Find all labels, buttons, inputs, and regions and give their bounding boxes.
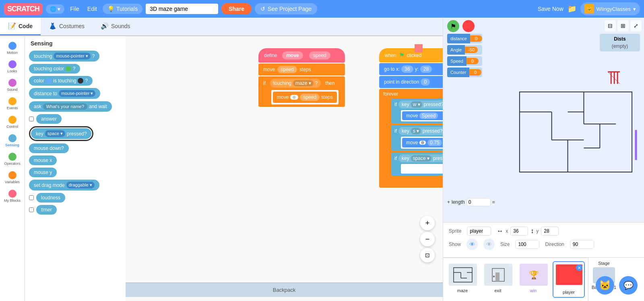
loudness-block-row: loudness [29, 193, 122, 203]
sidebar-item-motion[interactable]: Motion [2, 40, 23, 56]
code-tab-icon: 📝 [8, 22, 16, 30]
sprite-name-input[interactable] [467, 227, 491, 235]
tab-costumes[interactable]: 👗 Costumes [41, 18, 93, 35]
user-badge[interactable]: 🐱 WiingyClasses ▾ [580, 2, 640, 15]
backpack-bar[interactable]: Backpack [126, 283, 443, 297]
touching-block[interactable]: touching mouse-pointer ▾ ? [29, 51, 99, 61]
loudness-block[interactable]: loudness [36, 193, 65, 203]
answer-block[interactable]: answer [36, 114, 62, 124]
size-input[interactable] [515, 240, 539, 249]
move-075-block[interactable]: move 0.75 [402, 138, 443, 147]
folder-icon[interactable]: 📁 [568, 4, 576, 13]
color-touching-block[interactable]: color is touching ? [29, 76, 93, 86]
sidebar-item-variables[interactable]: Variables [2, 170, 23, 186]
distance-to-block[interactable]: distance to mouse-pointer ▾ [29, 88, 100, 99]
answer-checkbox[interactable] [29, 117, 34, 121]
sprite-delete-button[interactable]: ✕ [576, 264, 582, 271]
forever-block[interactable]: forever if key w ▾ pressed? then move Sp… [379, 89, 443, 188]
show-label: Show [449, 242, 461, 247]
blocks-panel: Sensing touching mouse-pointer ▾ ? touch… [25, 36, 126, 301]
tab-sounds[interactable]: 🔊 Sounds [93, 18, 138, 35]
if-key-w-block[interactable]: if key w ▾ pressed? then move Speed [391, 98, 443, 123]
x-input[interactable] [510, 227, 528, 235]
share-button[interactable]: Share [221, 3, 252, 14]
sounds-tab-icon: 🔊 [101, 22, 109, 30]
sidebar-item-events[interactable]: Events [2, 96, 23, 112]
c-block-inner: move speed steps [271, 90, 339, 104]
sidebar-item-myblocks[interactable]: My Blocks [2, 188, 23, 204]
tab-code[interactable]: 📝 Code [0, 18, 41, 35]
touching-color-block[interactable]: touching color ? [29, 64, 80, 74]
language-button[interactable]: 🌐 ▾ [46, 4, 65, 14]
direction-input[interactable] [570, 240, 594, 249]
remix-icon: ↺ [260, 6, 265, 12]
zoom-out-button[interactable]: − [420, 232, 435, 246]
save-now-button[interactable]: Save Now [538, 6, 564, 12]
define-block[interactable]: define move speed [258, 48, 345, 63]
cat-bot-chat-button[interactable]: 💬 [619, 276, 638, 295]
timer-block[interactable]: timer [36, 205, 57, 215]
mouse-x-block[interactable]: mouse x [29, 156, 57, 165]
sprite-thumb-exit[interactable]: exit [482, 261, 514, 296]
sprite-thumb-maze[interactable]: maze [446, 261, 479, 296]
scratch-logo[interactable]: SCRATCH [4, 3, 43, 15]
mouse-y-block[interactable]: mouse y [29, 168, 57, 177]
space-inner-placeholder: ↩ [401, 164, 443, 174]
move-speed-steps-block[interactable]: move speed steps [258, 63, 345, 76]
code-canvas[interactable]: define move speed move speed steps if to… [126, 36, 443, 283]
y-input[interactable] [541, 227, 559, 235]
inner-move-block[interactable]: move speed steps [273, 92, 337, 103]
right-panel: ⚑ ⊟ ⊞ ⤢ distance 0 Angle -50 [443, 18, 644, 301]
ask-block[interactable]: ask What's your name? and wait [29, 101, 112, 112]
answer-block-row: answer [29, 114, 122, 124]
variable-monitors: distance 0 Angle -50 Speed 0 Counter 0 [447, 34, 482, 77]
sidebar-item-sound[interactable]: Sound [2, 77, 23, 93]
size-label: Size [500, 242, 510, 247]
sidebar-item-control[interactable]: Control [2, 114, 23, 130]
if-touching-block[interactable]: if touching maze ▾ ? then move speed ste… [258, 76, 345, 107]
tutorials-icon: 💡 [107, 6, 114, 12]
mouse-down-block[interactable]: mouse down? [29, 143, 69, 153]
sound-dot [8, 79, 17, 87]
green-flag-button[interactable]: ⚑ [447, 20, 459, 32]
mouse-x-block-row: mouse x [29, 156, 122, 165]
length-label: length [452, 199, 465, 205]
when-clicked-block[interactable]: when ⚑ clicked [379, 48, 443, 62]
if-key-s-block[interactable]: if key s ▾ pressed? then move 0.75 [391, 125, 443, 151]
cat-bot-help-button[interactable]: 🐱 [596, 276, 614, 295]
sidebar-item-sensing[interactable]: Sensing [2, 133, 23, 149]
panel-title: Sensing [29, 40, 122, 47]
tutorials-button[interactable]: 💡 Tutorials [103, 4, 142, 14]
sprite-info: Sprite ↔ x ↕ y Show 👁 👁 Size Direction [443, 222, 644, 257]
motion-dot [8, 42, 17, 50]
if-key-space-block[interactable]: if key space ▾ pressed? then ↩ [391, 152, 443, 176]
set-drag-block[interactable]: set drag mode draggable ▾ [29, 180, 99, 190]
ask-block-row: ask What's your name? and wait [29, 101, 122, 112]
point-direction-block[interactable]: point in direction 0 [379, 76, 443, 88]
length-input[interactable] [466, 198, 491, 206]
win-sprite-img: 🏆 [520, 264, 548, 286]
key-pressed-block[interactable]: key space ▾ pressed? [31, 128, 91, 139]
zoom-fit-button[interactable]: ⊡ [420, 248, 435, 262]
topbar-right: Save Now 📁 🐱 WiingyClasses ▾ [538, 2, 640, 15]
zoom-in-button[interactable]: + [420, 216, 435, 230]
sidebar-item-looks[interactable]: Looks [2, 59, 23, 75]
project-title-input[interactable] [146, 4, 218, 14]
sidebar-item-operators[interactable]: Operators [2, 151, 23, 167]
plus-sign: + [447, 199, 450, 205]
sprite-thumb-player[interactable]: ✕ player [553, 261, 585, 298]
file-menu[interactable]: File [68, 6, 82, 12]
variables-dot [8, 171, 17, 179]
goto-xy-block[interactable]: go to x: 36 y: 28 [379, 63, 443, 75]
stop-button[interactable] [462, 20, 475, 32]
move-speed-block[interactable]: move Speed [402, 111, 443, 120]
sprite-thumb-win[interactable]: 🏆 win [517, 261, 549, 296]
hide-button[interactable]: 👁 [483, 239, 495, 250]
touching-block-row: touching mouse-pointer ▾ ? [29, 51, 122, 61]
show-button[interactable]: 👁 [466, 239, 478, 250]
exit-sprite-name: exit [494, 288, 501, 293]
see-project-button[interactable]: ↺ See Project Page [255, 3, 317, 14]
edit-menu[interactable]: Edit [85, 6, 99, 12]
timer-checkbox[interactable] [29, 207, 34, 212]
loudness-checkbox[interactable] [29, 195, 34, 200]
